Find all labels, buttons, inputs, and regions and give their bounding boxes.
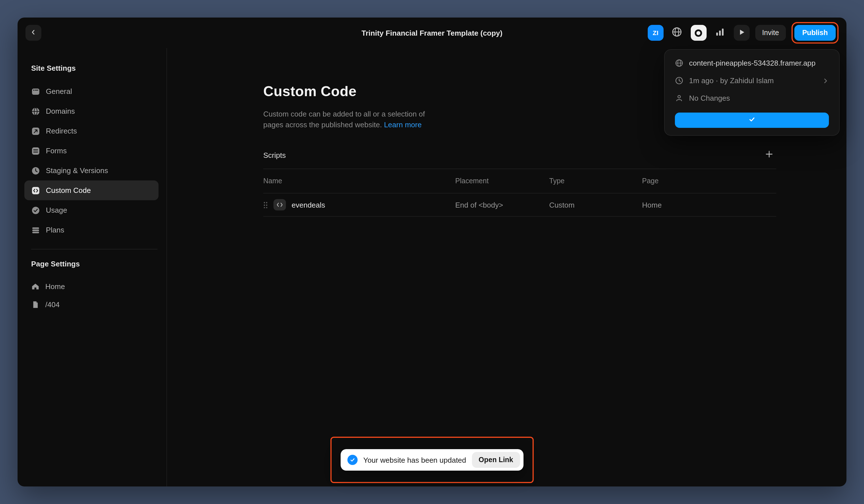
chevron-left-icon (30, 28, 37, 37)
clock-icon (675, 76, 683, 85)
script-name: evendeals (291, 201, 325, 209)
sidebar-item-label: Home (45, 282, 65, 291)
clock-icon (31, 166, 40, 175)
popover-history-row[interactable]: 1m ago · by Zahidul Islam (670, 72, 833, 89)
sidebar-item-label: Domains (46, 107, 75, 115)
publish-popover: content-pineapples-534328.framer.app 1m … (664, 49, 840, 136)
sidebar-item-label: Usage (46, 206, 67, 214)
sidebar-item-label: Custom Code (46, 186, 91, 195)
invite-button[interactable]: Invite (755, 25, 786, 41)
check-icon (748, 115, 756, 125)
popover-changes-row: No Changes (670, 89, 833, 107)
success-check-icon (347, 455, 358, 465)
code-icon (31, 186, 40, 195)
home-icon (31, 282, 40, 291)
plus-icon (765, 150, 773, 160)
toast-notification: Your website has been updated Open Link (340, 449, 524, 471)
sidebar-item-label: /404 (45, 300, 60, 309)
record-icon (695, 29, 703, 36)
sidebar-item-plans[interactable]: Plans (24, 220, 158, 240)
globe-icon (672, 27, 683, 39)
sidebar-item-redirects[interactable]: Redirects (24, 121, 158, 141)
person-icon (675, 94, 683, 102)
sidebar-item-usage[interactable]: Usage (24, 200, 158, 220)
file-icon (31, 300, 40, 309)
sidebar-item-label: Plans (46, 226, 64, 234)
desktop: Trinity Financial Framer Template (copy)… (0, 0, 864, 504)
column-header-placement: Placement (455, 177, 549, 185)
sidebar-item-label: General (46, 87, 72, 96)
annotation-box-publish: Publish (792, 22, 839, 44)
site-settings-heading: Site Settings (24, 64, 158, 72)
sidebar-item-label: Staging & Versions (46, 166, 108, 175)
script-type: Custom (549, 201, 642, 209)
plans-icon (31, 225, 40, 234)
publish-confirm-button[interactable] (675, 113, 829, 128)
sidebar-divider (31, 249, 157, 249)
chevron-right-icon (822, 77, 829, 84)
sidebar-item-forms[interactable]: Forms (24, 141, 158, 161)
open-link-button[interactable]: Open Link (472, 452, 520, 468)
published-domain: content-pineapples-534328.framer.app (689, 59, 816, 67)
bar-chart-icon (716, 27, 725, 38)
avatar[interactable]: ZI (648, 25, 663, 41)
redirects-icon (31, 126, 40, 135)
usage-icon (31, 206, 40, 215)
sidebar-item-custom-code[interactable]: Custom Code (24, 181, 158, 200)
drag-handle-icon[interactable] (263, 202, 268, 208)
back-button[interactable] (25, 25, 41, 41)
globe-icon (675, 59, 683, 67)
column-header-page: Page (642, 177, 776, 185)
sidebar: Site Settings General Domains (17, 48, 167, 487)
table-row[interactable]: evendeals End of <body> Custom Home (263, 194, 776, 217)
page-settings-heading: Page Settings (24, 260, 158, 268)
forms-icon (31, 146, 40, 155)
code-chip-icon (274, 199, 286, 211)
script-page: Home (642, 201, 776, 209)
sidebar-item-label: Forms (46, 147, 67, 155)
sidebar-item-staging-versions[interactable]: Staging & Versions (24, 161, 158, 181)
learn-more-link[interactable]: Learn more (384, 121, 421, 129)
add-script-button[interactable] (761, 148, 776, 163)
scripts-table: Name Placement Type Page evendeals (263, 169, 776, 217)
topbar-actions: ZI I (648, 22, 839, 44)
sidebar-item-domains[interactable]: Domains (24, 101, 158, 121)
publish-button[interactable]: Publish (794, 25, 836, 41)
site-globe-button[interactable] (669, 25, 685, 41)
sidebar-item-home[interactable]: Home (24, 277, 158, 295)
last-publish-info: 1m ago · by Zahidul Islam (689, 76, 774, 85)
script-placement: End of <body> (455, 201, 549, 209)
play-icon (738, 28, 745, 37)
general-icon (31, 87, 40, 96)
domains-icon (31, 107, 40, 116)
changes-status: No Changes (689, 94, 730, 102)
scripts-title: Scripts (263, 151, 286, 160)
preview-button[interactable] (734, 25, 749, 41)
record-button[interactable] (691, 25, 707, 41)
app-window: Trinity Financial Framer Template (copy)… (17, 17, 847, 487)
column-header-type: Type (549, 177, 642, 185)
script-name-cell: evendeals (263, 199, 455, 211)
page-title: Trinity Financial Framer Template (copy) (361, 28, 503, 37)
section-description: Custom code can be added to all or a sel… (263, 109, 434, 131)
popover-domain-row[interactable]: content-pineapples-534328.framer.app (670, 54, 833, 72)
sidebar-item-general[interactable]: General (24, 82, 158, 101)
analytics-button[interactable] (712, 25, 728, 41)
column-header-name: Name (263, 177, 455, 185)
table-header-row: Name Placement Type Page (263, 169, 776, 194)
toast-message: Your website has been updated (363, 456, 466, 464)
sidebar-item-404[interactable]: /404 (24, 295, 158, 314)
topbar: Trinity Financial Framer Template (copy)… (17, 17, 847, 48)
scripts-header: Scripts (263, 148, 776, 162)
annotation-box-toast: Your website has been updated Open Link (331, 437, 533, 483)
sidebar-item-label: Redirects (46, 127, 77, 135)
